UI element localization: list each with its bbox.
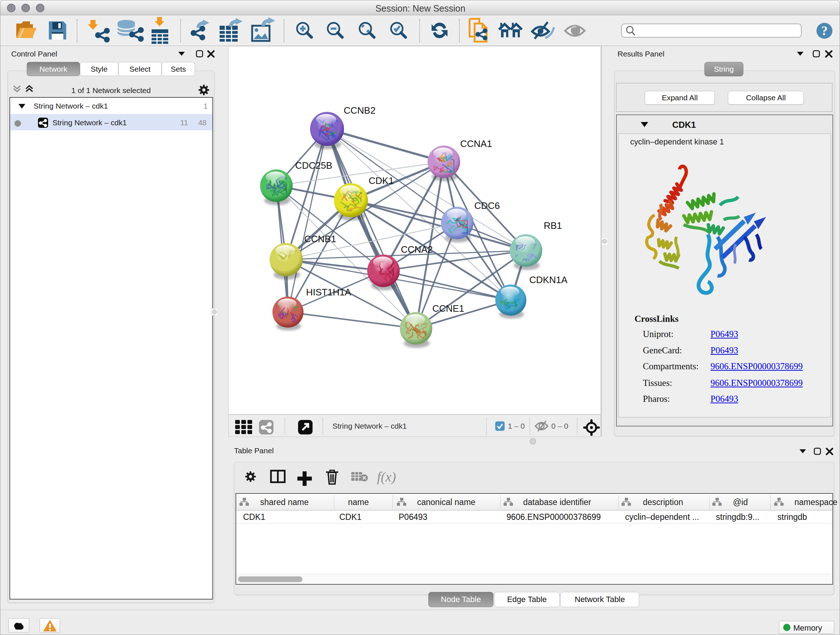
svg-text:CDK1: CDK1 xyxy=(369,175,393,186)
svg-text:CCNE1: CCNE1 xyxy=(432,303,464,314)
svg-text:CCNB1: CCNB1 xyxy=(304,233,336,244)
svg-text:?: ? xyxy=(821,24,828,38)
svg-text:CCNA2: CCNA2 xyxy=(401,244,433,255)
svg-text:CCNA1: CCNA1 xyxy=(460,138,492,149)
svg-text:CDC6: CDC6 xyxy=(474,200,500,211)
svg-text:HIST1H1A: HIST1H1A xyxy=(306,287,351,298)
svg-text:RB1: RB1 xyxy=(544,220,562,231)
svg-text:CDKN1A: CDKN1A xyxy=(529,274,568,285)
svg-text:CDC25B: CDC25B xyxy=(295,160,332,171)
svg-text:CCNB2: CCNB2 xyxy=(344,105,376,116)
